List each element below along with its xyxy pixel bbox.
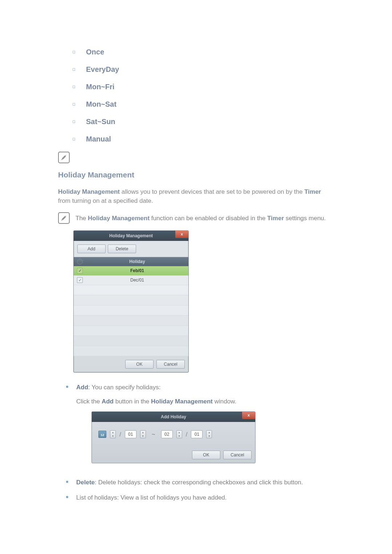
month-end-spinner[interactable]: ▲▼ xyxy=(176,430,182,438)
note-icon xyxy=(58,212,70,224)
feature-delete-label: Delete xyxy=(76,479,95,486)
option-label: Mon~Sat xyxy=(86,99,117,110)
table-body: ✓ Feb/01 ✓ Dec/01 xyxy=(74,266,188,356)
bullet-dot-icon xyxy=(66,496,68,498)
row-checkbox[interactable]: ✓ xyxy=(77,268,83,274)
slash-separator: / xyxy=(186,430,188,439)
month-start-value[interactable]: 01 xyxy=(125,430,136,438)
cancel-button[interactable]: Cancel xyxy=(156,360,185,369)
cancel-button-label: Cancel xyxy=(230,452,244,458)
chevron-down-icon: ▼ xyxy=(110,434,115,438)
table-empty-rows xyxy=(74,285,188,356)
chevron-up-icon: ▲ xyxy=(110,431,115,434)
feature-list-desc: List of holidays: View a list of holiday… xyxy=(76,494,227,501)
table-header: Holiday xyxy=(74,257,188,266)
day-start-spinner[interactable]: ▲▼ xyxy=(140,430,146,438)
feature-list: Add: You can specify holidays: Click the… xyxy=(66,383,334,502)
column-header-holiday: Holiday xyxy=(86,258,188,265)
close-icon: x xyxy=(248,412,250,418)
intro-paragraph: Holiday Management allows you to prevent… xyxy=(58,187,334,206)
dialog-footer: OK Cancel xyxy=(74,356,188,372)
option-label: Manual xyxy=(86,134,111,144)
month-end-value[interactable]: 01 xyxy=(191,430,203,438)
dialog-toolbar: Add Delete xyxy=(74,241,188,257)
cancel-button[interactable]: Cancel xyxy=(223,451,252,459)
option-sat-sun: Sat~Sun xyxy=(73,116,334,127)
note-row: The Holiday Management function can be e… xyxy=(58,212,334,224)
intro-text-2: from turning on at a specified date. xyxy=(58,197,153,204)
dialog-title: Add Holiday xyxy=(161,414,186,420)
chevron-up-icon: ▲ xyxy=(177,431,182,434)
delete-button-label: Delete xyxy=(116,246,128,252)
note-bold-hm: Holiday Management xyxy=(88,215,150,222)
dialog-titlebar: Add Holiday x xyxy=(92,412,255,422)
hint-text-3: window. xyxy=(213,398,236,405)
option-label: EveryDay xyxy=(86,64,119,75)
option-mon-fri: Mon~Fri xyxy=(73,81,334,92)
note-text-tail: settings menu. xyxy=(284,215,326,222)
option-label: Once xyxy=(86,46,104,57)
option-once: Once xyxy=(73,46,334,57)
hint-bold-add: Add xyxy=(102,398,114,405)
option-mon-sat: Mon~Sat xyxy=(73,99,334,110)
intro-bold-timer: Timer xyxy=(304,188,321,195)
feature-add-desc: : You can specify holidays: xyxy=(88,384,160,391)
chevron-down-icon: ▼ xyxy=(140,434,146,438)
range-separator: ~ xyxy=(150,430,158,439)
intro-bold-hm: Holiday Management xyxy=(58,188,120,195)
holiday-management-dialog: Holiday Management x Add Delete Holiday … xyxy=(73,230,189,373)
ok-button[interactable]: OK xyxy=(192,451,220,459)
table-row[interactable]: ✓ Feb/01 xyxy=(74,266,188,276)
intro-text-1: allows you to prevent devices that are s… xyxy=(120,188,304,195)
close-button[interactable]: x xyxy=(242,412,255,419)
row-checkbox[interactable]: ✓ xyxy=(77,277,83,283)
repeat-options-list: Once EveryDay Mon~Fri Mon~Sat Sat~Sun Ma… xyxy=(73,46,334,144)
hint-text-2: button in the xyxy=(114,398,151,405)
delete-button[interactable]: Delete xyxy=(108,245,136,253)
bullet-dot-icon xyxy=(66,386,68,388)
chevron-up-icon: ▲ xyxy=(140,431,146,434)
feature-add-hint: Click the Add button in the Holiday Mana… xyxy=(76,397,256,406)
row-holiday-value: Dec/01 xyxy=(86,277,188,283)
feature-list-holidays: List of holidays: View a list of holiday… xyxy=(66,493,334,502)
calendar-icon-label: 12 xyxy=(101,433,104,438)
note-text: The Holiday Management function can be e… xyxy=(75,212,326,223)
add-holiday-dialog: Add Holiday x 12 ▲▼ / 01 ▲▼ ~ 02 ▲▼ / 01… xyxy=(91,411,256,464)
ok-button-label: OK xyxy=(136,361,142,368)
square-bullet-icon xyxy=(73,103,75,106)
dialog-footer: OK Cancel xyxy=(92,447,255,463)
section-heading: Holiday Management xyxy=(58,169,334,181)
chevron-down-icon: ▼ xyxy=(177,434,182,438)
option-everyday: EveryDay xyxy=(73,64,334,75)
table-row[interactable]: ✓ Dec/01 xyxy=(74,276,188,285)
feature-add: Add: You can specify holidays: Click the… xyxy=(66,383,334,472)
add-button[interactable]: Add xyxy=(77,245,106,253)
note-text-pre: The xyxy=(75,215,88,222)
square-bullet-icon xyxy=(73,86,75,88)
note-icon xyxy=(58,152,70,163)
feature-add-label: Add xyxy=(76,384,88,391)
cancel-button-label: Cancel xyxy=(164,361,177,368)
note-bold-timer: Timer xyxy=(267,215,284,222)
feature-delete: Delete: Delete holidays: check the corre… xyxy=(66,478,334,487)
select-all-checkbox[interactable] xyxy=(77,259,83,264)
close-icon: x xyxy=(181,231,183,237)
ok-button-label: OK xyxy=(203,452,209,458)
note-text-mid: function can be enabled or disabled in t… xyxy=(150,215,267,222)
square-bullet-icon xyxy=(73,68,75,71)
day-end-spinner[interactable]: ▲▼ xyxy=(206,430,212,438)
option-manual: Manual xyxy=(73,134,334,144)
month-start-spinner[interactable]: ▲▼ xyxy=(110,430,116,438)
dialog-title: Holiday Management xyxy=(109,233,153,239)
slash-separator: / xyxy=(119,430,121,439)
add-button-label: Add xyxy=(87,246,95,252)
calendar-icon[interactable]: 12 xyxy=(98,431,106,438)
ok-button[interactable]: OK xyxy=(125,360,154,369)
row-holiday-value: Feb/01 xyxy=(86,267,188,274)
day-start-value[interactable]: 02 xyxy=(161,430,173,438)
square-bullet-icon xyxy=(73,138,75,140)
square-bullet-icon xyxy=(73,51,75,53)
square-bullet-icon xyxy=(73,120,75,123)
close-button[interactable]: x xyxy=(175,231,188,238)
option-label: Sat~Sun xyxy=(86,116,115,127)
